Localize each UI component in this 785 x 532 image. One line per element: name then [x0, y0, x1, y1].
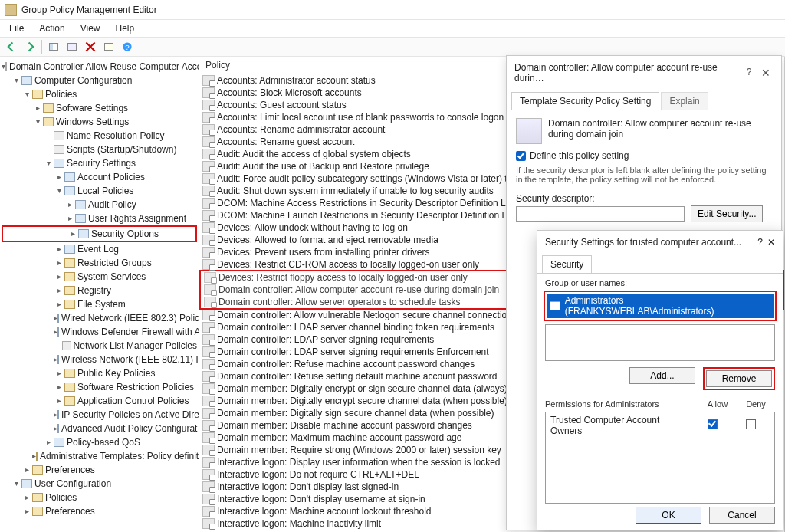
tree-system-services[interactable]: ▸System Services [0, 270, 199, 284]
cancel-button[interactable]: Cancel [709, 507, 775, 524]
tree-qos[interactable]: ▸Policy-based QoS [0, 435, 199, 449]
expander-icon[interactable]: ▸ [54, 367, 64, 379]
expander-icon[interactable]: ▾ [32, 116, 43, 128]
expander-icon[interactable]: ▸ [54, 243, 64, 255]
tree-windows-settings[interactable]: ▾Windows Settings [0, 115, 199, 129]
filter-button[interactable] [100, 39, 117, 54]
tree-root[interactable]: ▾Domain Controller Allow Reuse Computer … [0, 60, 199, 74]
tree-wired-net[interactable]: ▸Wired Network (IEEE 802.3) Policie [0, 311, 199, 325]
tree-scripts[interactable]: Scripts (Startup/Shutdown) [0, 143, 199, 156]
tree-node-icon [43, 117, 54, 126]
show-hide-tree-button[interactable] [45, 39, 62, 54]
dlg2-help-button[interactable]: ? [757, 237, 763, 248]
ok-button[interactable]: OK [636, 507, 701, 524]
expander-icon[interactable]: ▸ [64, 212, 75, 225]
nav-back-button[interactable] [3, 39, 20, 54]
tree-node-icon [64, 300, 75, 309]
policy-item-icon [202, 112, 215, 123]
nav-fwd-button[interactable] [21, 39, 38, 54]
tree-policies[interactable]: ▾Policies [0, 87, 199, 101]
policy-item-icon [202, 100, 215, 110]
remove-button[interactable]: Remove [706, 370, 772, 387]
tree-preferences[interactable]: ▸Preferences [0, 463, 199, 477]
expander-icon[interactable]: ▸ [64, 199, 75, 211]
group-list[interactable] [545, 324, 775, 361]
expander-icon[interactable]: ▸ [54, 381, 64, 393]
tree-node-icon [32, 465, 43, 475]
tree-wireless-net[interactable]: ▸Wireless Network (IEEE 802.11) Pol [0, 353, 199, 366]
menu-view[interactable]: View [74, 21, 107, 35]
tree-local-policies[interactable]: ▾Local Policies [0, 184, 199, 198]
expander-icon[interactable]: ▾ [21, 88, 32, 100]
dlg1-close-button[interactable]: ✕ [758, 67, 774, 79]
expander-icon[interactable]: ▸ [32, 102, 43, 114]
expander-icon[interactable]: ▾ [43, 157, 54, 169]
expander-icon[interactable]: ▸ [21, 491, 32, 504]
deny-checkbox[interactable] [746, 419, 756, 429]
tree-node-icon [54, 438, 64, 447]
policy-item-icon [202, 383, 215, 394]
tree-software-settings[interactable]: ▸Software Settings [0, 101, 199, 115]
tree-event-log[interactable]: ▸Event Log [0, 242, 199, 256]
tree-audit-policy[interactable]: ▸Audit Policy [0, 198, 199, 212]
menu-file[interactable]: File [3, 21, 30, 35]
expander-icon[interactable]: ▸ [54, 271, 64, 283]
tree-label: Windows Defender Firewall with A [61, 326, 199, 338]
menu-help[interactable]: Help [110, 21, 141, 35]
tree-sw-restrict[interactable]: ▸Software Restriction Policies [0, 380, 199, 394]
tree-ipsec[interactable]: ▸IP Security Policies on Active Direc [0, 408, 199, 422]
tree-node-icon [64, 172, 75, 182]
allow-checkbox[interactable] [708, 419, 718, 429]
tab-explain[interactable]: Explain [661, 92, 708, 110]
expander-icon[interactable]: ▾ [11, 74, 21, 87]
policy-item-icon [202, 87, 215, 98]
tree-u-policies[interactable]: ▸Policies [0, 491, 199, 504]
dlg1-help-button[interactable]: ? [741, 67, 757, 79]
tree-pubkey[interactable]: ▸Public Key Policies [0, 366, 199, 380]
tab-template[interactable]: Template Security Policy Setting [511, 92, 659, 110]
expander-icon[interactable]: ▸ [54, 395, 64, 407]
expander-icon[interactable]: ▸ [54, 284, 64, 297]
expander-icon[interactable]: ▾ [54, 185, 64, 197]
tree-computer-config[interactable]: ▾Computer Configuration [0, 74, 199, 87]
menu-action[interactable]: Action [33, 21, 71, 35]
define-policy-input[interactable] [516, 151, 526, 161]
expander-icon[interactable]: ▸ [54, 298, 64, 310]
tree-label: Security Settings [67, 157, 136, 169]
tree-security-options[interactable]: ▸Security Options [2, 225, 197, 242]
expander-icon[interactable]: ▸ [54, 171, 64, 183]
tree-app-control[interactable]: ▸Application Control Policies [0, 394, 199, 408]
permission-row[interactable]: Trusted Computer Account Owners [546, 412, 774, 438]
console-tree[interactable]: ▾Domain Controller Allow Reuse Computer … [0, 57, 199, 532]
add-button[interactable]: Add... [629, 367, 695, 384]
tree-defender[interactable]: ▸Windows Defender Firewall with A [0, 325, 199, 339]
tab-security[interactable]: Security [542, 255, 592, 273]
expander-icon[interactable]: ▸ [43, 436, 54, 448]
tree-adv-audit[interactable]: ▸Advanced Audit Policy Configurat [0, 422, 199, 435]
tree-registry[interactable]: ▸Registry [0, 284, 199, 297]
expander-icon[interactable]: ▸ [21, 505, 32, 517]
tree-account-policies[interactable]: ▸Account Policies [0, 170, 199, 184]
expander-icon[interactable]: ▸ [21, 464, 32, 476]
tree-nlm[interactable]: Network List Manager Policies [0, 339, 199, 353]
svg-text:?: ? [125, 43, 130, 51]
tree-user-config[interactable]: ▾User Configuration [0, 477, 199, 491]
tree-security-settings[interactable]: ▾Security Settings [0, 156, 199, 170]
define-policy-checkbox[interactable]: Define this policy setting [516, 150, 772, 161]
help-button[interactable]: ? [119, 39, 136, 54]
tree-restricted-groups[interactable]: ▸Restricted Groups [0, 256, 199, 270]
expander-icon[interactable]: ▾ [11, 478, 21, 490]
tree-user-rights[interactable]: ▸User Rights Assignment [0, 212, 199, 225]
edit-security-button[interactable]: Edit Security... [691, 205, 763, 222]
security-descriptor-input[interactable] [516, 206, 685, 222]
expander-icon[interactable]: ▸ [54, 257, 64, 269]
user-entry[interactable]: Administrators (FRANKYSWEBLAB\Administra… [547, 294, 774, 318]
permissions-list[interactable]: Trusted Computer Account Owners [545, 412, 775, 504]
tree-u-prefs[interactable]: ▸Preferences [0, 504, 199, 518]
delete-button[interactable] [82, 39, 99, 54]
tree-file-system[interactable]: ▸File System [0, 297, 199, 311]
tree-name-res[interactable]: Name Resolution Policy [0, 129, 199, 143]
dlg2-close-button[interactable]: ✕ [767, 237, 775, 248]
tree-adm-templates[interactable]: ▸Administrative Templates: Policy defini… [0, 449, 199, 463]
properties-button[interactable] [64, 39, 80, 54]
